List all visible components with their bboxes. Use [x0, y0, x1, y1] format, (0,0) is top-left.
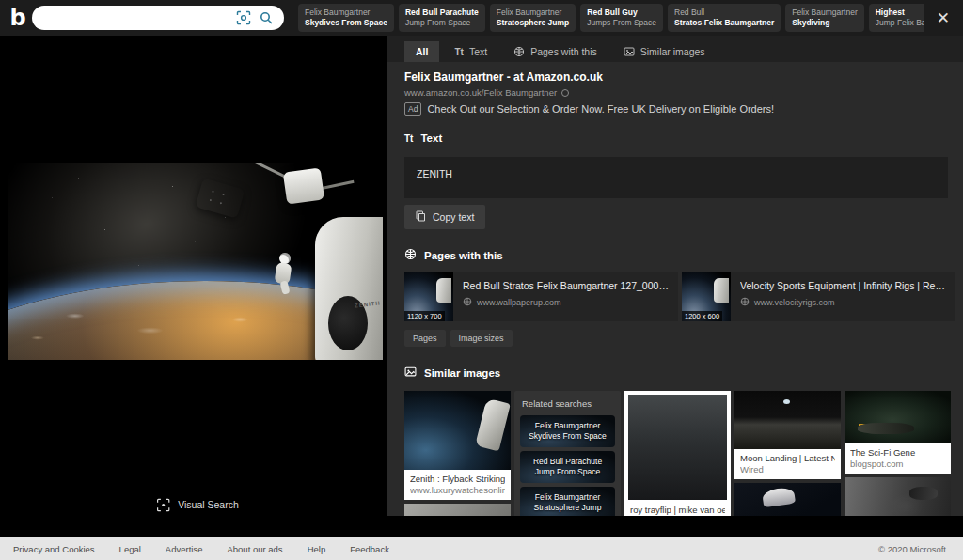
chip-line: Highest	[876, 8, 924, 18]
grid-column: The Sci-Fi Gene blogspot.com Home | Tac …	[845, 391, 951, 516]
similar-images-grid: Zenith : Flyback Striking 10th Tri… www.…	[404, 391, 955, 516]
pages-filter-button[interactable]: Pages	[404, 330, 446, 347]
skydiver-leg-art	[279, 280, 290, 295]
pages-heading-label: Pages with this	[424, 250, 503, 261]
visual-search-label: Visual Search	[178, 499, 239, 510]
copy-text-button[interactable]: Copy text	[404, 205, 485, 229]
similar-image-card[interactable]: Moon Landing | Latest News, Ph… Wired	[734, 391, 841, 479]
similar-image-title[interactable]: Zenith : Flyback Striking 10th Tri…	[410, 474, 505, 485]
related-search-chip[interactable]: Red Bull Parachute Jump From Space	[520, 451, 615, 483]
page-result-title[interactable]: Velocity Sports Equipment | Infinity Rig…	[740, 280, 946, 291]
ad-badge: Ad	[404, 102, 421, 116]
suggestion-chip[interactable]: Red Bull Guy Jumps From Space	[580, 4, 663, 33]
chip-line: Jumps From Space	[587, 18, 656, 28]
tab-pages-label: Pages with this	[530, 46, 597, 57]
similar-image-caption: Zenith : Flyback Striking 10th Tri… www.…	[404, 470, 511, 500]
chip-line: Stratos Felix Baumgartner	[674, 18, 774, 28]
chip-line: Red Bull Parachute	[405, 8, 479, 18]
bing-logo-icon[interactable]: b	[4, 4, 32, 32]
page-result-thumbnail: 1200 x 600	[682, 272, 731, 321]
tab-pages-with-this[interactable]: Pages with this	[502, 41, 608, 62]
page-result-card[interactable]: 1120 x 700 Red Bull Stratos Felix Baumga…	[404, 272, 678, 321]
similar-image-card[interactable]: The Sci-Fi Gene blogspot.com	[845, 391, 951, 474]
page-results: 1120 x 700 Red Bull Stratos Felix Baumga…	[404, 272, 955, 321]
image-sizes-filter-button[interactable]: Image sizes	[450, 330, 513, 347]
suggestion-chip[interactable]: Felix Baumgartner Skydiving	[785, 4, 863, 33]
similar-image-card[interactable]: Zenith : Flyback Striking 10th Tri… www.…	[404, 391, 511, 500]
similar-image-thumbnail[interactable]	[404, 391, 511, 470]
page-result-thumbnail: 1120 x 700	[404, 272, 453, 321]
ad-title[interactable]: Felix Baumgartner - at Amazon.co.uk	[404, 70, 955, 84]
main-area: ZENITH Visual Search	[0, 36, 963, 537]
chips-divider	[292, 7, 292, 29]
info-icon[interactable]	[561, 89, 569, 97]
grid-column: Moon Landing | Latest News, Ph… Wired Pr…	[734, 391, 841, 516]
tab-text[interactable]: Tt Text	[443, 41, 498, 62]
similar-image-thumbnail[interactable]	[845, 391, 951, 443]
extracted-text-box: ZENITH	[404, 157, 948, 198]
footer-link-privacy[interactable]: Privacy and Cookies	[13, 544, 95, 554]
similar-image-card[interactable]: Home | Tac Air Ops | Air Operati… www.ta…	[845, 477, 951, 516]
similar-image-thumbnail[interactable]	[734, 483, 841, 516]
related-searches-panel: Related searches Felix Baumgartner Skydi…	[514, 391, 621, 516]
ad-url: www.amazon.co.uk/Felix Baumgartner	[404, 87, 557, 98]
suggestion-chips: Felix Baumgartner Skydives From Space Re…	[298, 4, 924, 33]
similar-image-thumbnail[interactable]	[845, 477, 951, 516]
top-bar: b Felix Baumgartner Skydives From Space	[0, 0, 963, 36]
page-result-title[interactable]: Red Bull Stratos Felix Baumgartner 127_0…	[463, 280, 669, 291]
similar-image-thumbnail[interactable]	[734, 391, 841, 449]
ad-result[interactable]: Felix Baumgartner - at Amazon.co.uk www.…	[404, 70, 955, 116]
globe-icon	[513, 46, 525, 57]
footer-link-legal[interactable]: Legal	[119, 544, 141, 554]
similar-image-card[interactable]: Professor Caitlin Mueller, under… cee.mi…	[734, 483, 841, 516]
globe-icon	[463, 297, 472, 308]
chip-line: Jump Felix Baumgartner	[876, 18, 924, 28]
visual-search-camera-icon[interactable]	[235, 9, 252, 26]
copyright-text: © 2020 Microsoft	[878, 544, 946, 554]
text-icon: Tt	[454, 47, 463, 57]
grid-column: roy trayflip | mike van oers | Flickr Fl…	[624, 391, 731, 516]
query-image[interactable]: ZENITH	[8, 163, 383, 360]
suggestion-chip[interactable]: Red Bull Stratos Felix Baumgartner	[668, 4, 781, 33]
suggestion-chip[interactable]: Felix Baumgartner Skydives From Space	[298, 4, 394, 33]
image-size-badge: 1200 x 600	[682, 311, 722, 321]
related-search-chip[interactable]: Felix Baumgartner Skydives From Space	[520, 415, 615, 447]
text-section-heading: Tt Text	[404, 132, 955, 144]
text-heading-label: Text	[420, 132, 442, 144]
related-search-chip[interactable]: Felix Baumgartner Stratosphere Jump	[520, 487, 615, 516]
footer-link-feedback[interactable]: Feedback	[350, 544, 389, 554]
suggestion-chip[interactable]: Red Bull Parachute Jump From Space	[399, 4, 485, 33]
similar-image-caption: The Sci-Fi Gene blogspot.com	[845, 443, 951, 474]
footer-link-help[interactable]: Help	[308, 544, 326, 554]
visual-search-button[interactable]: Visual Search	[149, 496, 239, 513]
similar-image-thumbnail[interactable]	[628, 395, 727, 500]
related-search-label: Felix Baumgartner Skydives From Space	[520, 415, 615, 447]
search-input[interactable]	[41, 11, 229, 24]
selected-similar-image-card[interactable]: roy trayflip | mike van oers | Flickr Fl…	[624, 391, 731, 516]
chip-line: Felix Baumgartner	[305, 8, 387, 18]
footer-link-advertise[interactable]: Advertise	[166, 544, 203, 554]
chip-line: Red Bull	[674, 8, 774, 18]
suggestion-chip[interactable]: Felix Baumgartner Stratosphere Jump	[490, 4, 576, 33]
page-result-card[interactable]: 1200 x 600 Velocity Sports Equipment | I…	[682, 272, 955, 321]
similar-image-thumbnail[interactable]	[404, 504, 511, 516]
grid-column: Zenith : Flyback Striking 10th Tri… www.…	[404, 391, 511, 516]
globe-icon	[404, 248, 417, 262]
close-icon[interactable]: ✕	[924, 8, 963, 28]
image-size-badge: 1120 x 700	[404, 311, 445, 321]
image-icon	[624, 46, 635, 57]
suggestion-chip[interactable]: Highest Jump Felix Baumgartner	[869, 4, 924, 33]
chip-line: Felix Baumgartner	[497, 8, 569, 18]
search-icon[interactable]	[258, 9, 275, 26]
similar-image-title[interactable]: Moon Landing | Latest News, Ph…	[740, 453, 835, 464]
image-icon	[404, 366, 417, 380]
similar-image-title[interactable]: The Sci-Fi Gene	[850, 447, 945, 459]
tab-all[interactable]: All	[404, 41, 439, 62]
page-result-url-row: www.wallpaperup.com	[463, 297, 669, 308]
similar-image-caption: roy trayflip | mike van oers | Flickr Fl…	[628, 500, 727, 516]
chip-line: Red Bull Guy	[587, 8, 656, 18]
footer-link-about-our-ads[interactable]: About our ads	[227, 544, 282, 554]
similar-image-title[interactable]: roy trayflip | mike van oers | Flickr	[630, 505, 725, 516]
similar-image-caption: Moon Landing | Latest News, Ph… Wired	[734, 449, 841, 479]
tab-similar-images[interactable]: Similar images	[612, 41, 717, 62]
